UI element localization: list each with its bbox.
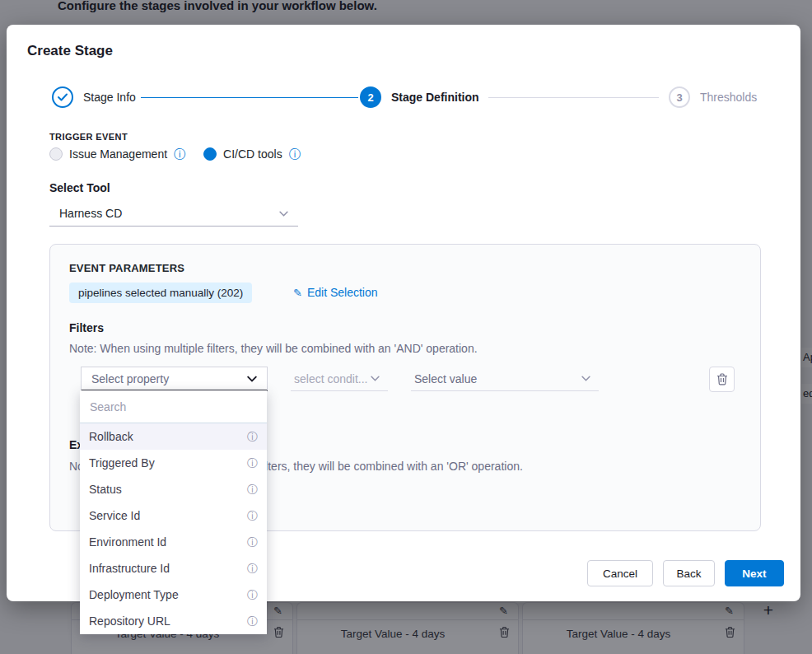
info-icon[interactable]: ⓘ xyxy=(247,432,258,442)
property-select-dropdown[interactable]: Select property xyxy=(81,367,268,391)
step-number: 2 xyxy=(360,86,381,108)
radio-label: CI/CD tools xyxy=(223,147,282,161)
filters-note: Note: When using multiple filters, they … xyxy=(69,342,478,355)
chevron-down-icon xyxy=(581,376,590,381)
step-label: Thresholds xyxy=(700,91,757,104)
menu-search xyxy=(80,390,267,423)
info-icon[interactable]: ⓘ xyxy=(247,458,258,469)
edit-pencil-icon: ✎ xyxy=(293,287,302,299)
chevron-down-icon xyxy=(371,376,380,381)
info-icon[interactable]: ⓘ xyxy=(247,511,258,521)
info-icon[interactable]: ⓘ xyxy=(247,537,258,548)
property-select-placeholder: Select property xyxy=(91,372,247,385)
condition-select-placeholder: select condit... xyxy=(294,372,371,385)
edit-selection-label: Edit Selection xyxy=(307,286,378,299)
check-icon xyxy=(52,86,73,108)
search-input[interactable] xyxy=(90,395,257,419)
radio-issue-management[interactable] xyxy=(49,147,63,161)
menu-option-rollback[interactable]: Rollback ⓘ xyxy=(80,423,267,450)
option-label: Deployment Type xyxy=(89,588,247,601)
menu-option-status[interactable]: Status ⓘ xyxy=(80,476,267,502)
option-label: Status xyxy=(89,483,247,496)
trigger-event-heading: TRIGGER EVENT xyxy=(49,132,128,142)
stepper-step-stage-definition[interactable]: 2 Stage Definition xyxy=(360,86,479,108)
info-icon[interactable]: ⓘ xyxy=(289,148,301,160)
tool-select-value: Harness CD xyxy=(59,207,279,220)
pipelines-selected-chip: pipelines selected manually (202) xyxy=(69,283,252,303)
info-icon[interactable]: ⓘ xyxy=(174,148,185,160)
trigger-event-radio-group: Issue Management ⓘ CI/CD tools ⓘ xyxy=(49,147,301,161)
menu-option-repository-url[interactable]: Repository URL ⓘ xyxy=(80,608,267,634)
radio-cicd-tools[interactable] xyxy=(203,147,217,161)
step-label: Stage Definition xyxy=(391,91,479,104)
option-label: Service Id xyxy=(89,509,247,522)
tool-select-dropdown[interactable]: Harness CD xyxy=(49,201,298,227)
menu-option-triggered-by[interactable]: Triggered By ⓘ xyxy=(80,450,267,476)
option-label: Triggered By xyxy=(89,456,247,469)
create-stage-modal: Create Stage Stage Info 2 Stage Definiti… xyxy=(7,25,800,601)
next-button[interactable]: Next xyxy=(725,560,784,586)
back-button[interactable]: Back xyxy=(663,560,715,586)
menu-option-infrastructure-id[interactable]: Infrastructure Id ⓘ xyxy=(80,555,267,582)
delete-filter-button[interactable] xyxy=(709,367,735,392)
trash-icon xyxy=(716,373,728,385)
menu-option-deployment-type[interactable]: Deployment Type ⓘ xyxy=(80,582,267,608)
menu-option-environment-id[interactable]: Environment Id ⓘ xyxy=(80,529,267,555)
cancel-button[interactable]: Cancel xyxy=(587,560,653,586)
stepper-connector xyxy=(488,97,659,98)
step-label: Stage Info xyxy=(83,91,136,104)
filters-heading: Filters xyxy=(69,321,104,334)
value-select-placeholder: Select value xyxy=(414,372,581,385)
modal-title: Create Stage xyxy=(27,43,113,59)
option-label: Environment Id xyxy=(89,535,247,549)
menu-option-service-id[interactable]: Service Id ⓘ xyxy=(80,502,267,529)
stepper-step-thresholds[interactable]: 3 Thresholds xyxy=(669,86,757,108)
info-icon[interactable]: ⓘ xyxy=(247,590,258,600)
chevron-down-icon xyxy=(279,211,288,217)
option-label: Infrastructure Id xyxy=(89,562,247,575)
option-label: Rollback xyxy=(89,430,247,443)
property-select-menu: Rollback ⓘ Triggered By ⓘ Status ⓘ Servi… xyxy=(80,390,267,634)
stepper-step-stage-info[interactable]: Stage Info xyxy=(52,86,136,108)
radio-label: Issue Management xyxy=(69,147,167,161)
select-tool-label: Select Tool xyxy=(49,181,110,194)
chevron-down-icon xyxy=(247,376,257,382)
step-number: 3 xyxy=(669,86,690,108)
stepper-connector xyxy=(141,97,358,98)
info-icon[interactable]: ⓘ xyxy=(247,616,258,627)
edit-selection-link[interactable]: ✎ Edit Selection xyxy=(293,286,378,299)
info-icon[interactable]: ⓘ xyxy=(247,484,258,495)
info-icon[interactable]: ⓘ xyxy=(247,563,258,574)
value-select-dropdown[interactable]: Select value xyxy=(411,367,599,391)
option-label: Repository URL xyxy=(89,614,247,628)
condition-select-dropdown[interactable]: select condit... xyxy=(291,367,388,391)
event-parameters-heading: EVENT PARAMETERS xyxy=(69,262,184,274)
